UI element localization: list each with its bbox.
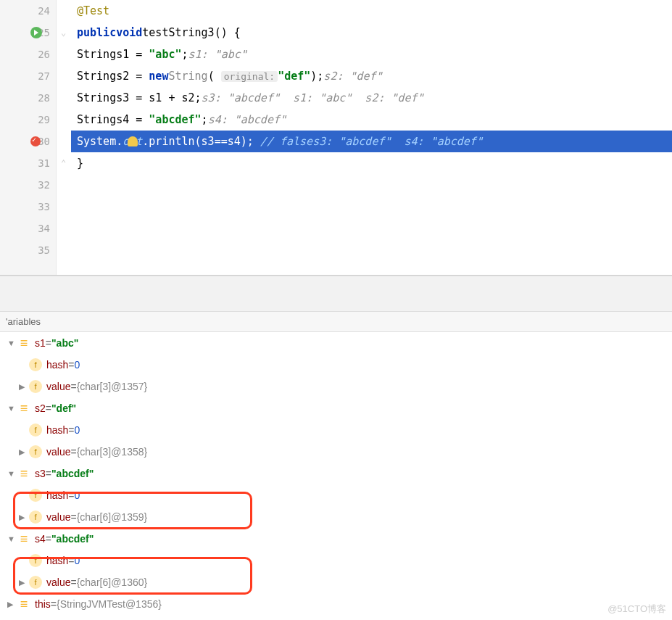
expand-arrow-icon[interactable]: ▼ <box>7 339 17 347</box>
line-number: 34 <box>0 218 56 239</box>
object-icon <box>17 467 30 480</box>
breakpoint-icon[interactable] <box>30 136 41 146</box>
expand-arrow-icon[interactable]: ▶ <box>7 600 17 609</box>
line-number: 32 <box>0 174 56 196</box>
object-icon <box>17 336 30 350</box>
line-number: 28 <box>0 87 56 109</box>
code-editor[interactable]: 24 25 26 27 28 29 30 31 32 33 34 35 ⌄ ⌃ … <box>0 0 672 276</box>
code-line: String s4 = "abcdef"; s4: "abcdef" <box>71 109 672 131</box>
line-number: 26 <box>0 44 56 65</box>
code-line: String s1 = "abc"; s1: "abc" <box>71 44 672 65</box>
field-icon: f <box>29 554 42 567</box>
panel-divider[interactable] <box>0 276 672 312</box>
field-icon: f <box>29 489 42 502</box>
expand-arrow-icon[interactable]: ▼ <box>7 534 17 543</box>
object-icon <box>17 532 30 545</box>
line-number: 29 <box>0 109 56 131</box>
field-icon: f <box>29 445 42 458</box>
line-number: 30 <box>0 131 56 152</box>
variable-field[interactable]: fhash = 0 <box>0 354 672 376</box>
variable-field[interactable]: ▶ fvalue = {char[3]@1357} <box>0 376 672 397</box>
code-line: @Test <box>71 0 672 22</box>
variable-field[interactable]: ▶ fvalue = {char[6]@1360} <box>0 571 672 593</box>
expand-arrow-icon[interactable]: ▶ <box>19 513 29 522</box>
line-number: 35 <box>0 239 56 261</box>
expand-arrow-icon[interactable]: ▼ <box>7 404 17 413</box>
variable-node[interactable]: ▼ s1 = "abc" <box>0 332 672 354</box>
fold-indicator-icon[interactable]: ⌃ <box>57 152 70 174</box>
line-number: 31 <box>0 152 56 174</box>
field-icon: f <box>29 358 42 371</box>
variable-field[interactable]: fhash = 0 <box>0 419 672 441</box>
line-number: 24 <box>0 0 56 22</box>
line-number-gutter: 24 25 26 27 28 29 30 31 32 33 34 35 <box>0 0 57 275</box>
variables-header: 'ariables <box>0 312 672 332</box>
expand-arrow-icon[interactable]: ▶ <box>19 578 29 587</box>
fold-column: ⌄ ⌃ <box>57 0 71 275</box>
variable-node[interactable]: ▼ s3 = "abcdef" <box>0 463 672 484</box>
field-icon: f <box>29 511 42 524</box>
line-number: 27 <box>0 65 56 87</box>
variable-node[interactable]: ▶ this = {StringJVMTest@1356} <box>0 593 672 615</box>
variable-field[interactable]: ▶ fvalue = {char[3]@1358} <box>0 441 672 463</box>
variable-field[interactable]: ▶ fvalue = {char[6]@1359} <box>0 506 672 528</box>
code-line: } <box>71 152 672 174</box>
expand-arrow-icon[interactable]: ▶ <box>19 447 29 457</box>
variable-node[interactable]: ▼ s2 = "def" <box>0 397 672 419</box>
code-line: String s3 = s1 + s2; s3: "abcdef" s1: "a… <box>71 87 672 109</box>
field-icon: f <box>29 380 42 393</box>
code-line: public void testString3() { <box>71 22 672 44</box>
variables-panel[interactable]: 'ariables ▼ s1 = "abc" fhash = 0 ▶ fvalu… <box>0 312 672 615</box>
field-icon: f <box>29 576 42 589</box>
run-test-icon[interactable] <box>30 27 42 38</box>
current-execution-line: System.out.println(s3==s4); // false s3:… <box>71 131 672 152</box>
line-number: 25 <box>0 22 56 44</box>
variable-field[interactable]: fhash = 0 <box>0 550 672 571</box>
watermark: @51CTO博客 <box>607 603 666 616</box>
code-content[interactable]: @Test public void testString3() { String… <box>71 0 672 275</box>
code-line: String s2 = new String( original: "def")… <box>71 65 672 87</box>
line-number: 33 <box>0 196 56 218</box>
object-icon <box>17 402 30 415</box>
expand-arrow-icon[interactable]: ▶ <box>19 382 29 392</box>
variable-field[interactable]: fhash = 0 <box>0 484 672 506</box>
field-icon: f <box>29 423 42 437</box>
expand-arrow-icon[interactable]: ▼ <box>7 469 17 478</box>
object-icon <box>17 598 30 611</box>
variable-node[interactable]: ▼ s4 = "abcdef" <box>0 528 672 550</box>
intention-bulb-icon[interactable] <box>128 136 138 146</box>
fold-indicator-icon[interactable]: ⌄ <box>57 22 70 44</box>
